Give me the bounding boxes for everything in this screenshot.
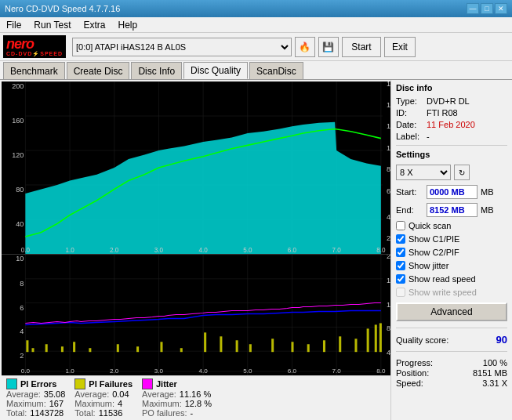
- show-read-speed-checkbox[interactable]: [396, 274, 405, 284]
- svg-rect-72: [354, 339, 357, 352]
- pi-errors-avg-value: 35.08: [44, 389, 66, 399]
- title-bar-controls: — □ ✕: [467, 3, 507, 14]
- tab-discquality[interactable]: Disc Quality: [183, 62, 248, 79]
- disc-type-row: Type: DVD+R DL: [396, 96, 507, 106]
- disc-type-value: DVD+R DL: [427, 96, 470, 106]
- menu-runtest[interactable]: Run Test: [31, 19, 74, 31]
- svg-rect-63: [204, 332, 206, 352]
- speed-value: 3.31 X: [482, 378, 507, 388]
- pi-errors-label: PI Errors: [20, 379, 56, 389]
- refresh-button[interactable]: ↻: [454, 165, 470, 180]
- svg-text:6: 6: [387, 186, 390, 195]
- show-jitter-label: Show jitter: [409, 261, 448, 270]
- charts-and-legend: 16 14 12 10 8 6 4 2 200 160 120 80 40 0.…: [2, 81, 390, 420]
- divider-1: [396, 145, 507, 146]
- divider-3: [396, 351, 507, 352]
- show-c1pie-checkbox[interactable]: [396, 234, 405, 244]
- close-button[interactable]: ✕: [495, 3, 507, 14]
- tabs: Benchmark Create Disc Disc Info Disc Qua…: [0, 61, 512, 80]
- svg-rect-70: [323, 340, 325, 352]
- pi-failures-total-label: Total:: [74, 408, 95, 418]
- quick-scan-checkbox[interactable]: [396, 221, 405, 230]
- progress-value: 100 %: [483, 358, 507, 368]
- svg-text:4: 4: [387, 349, 390, 357]
- minimize-button[interactable]: —: [467, 3, 479, 14]
- speed-row: 8 X ↻: [396, 165, 507, 180]
- svg-rect-74: [375, 324, 377, 352]
- show-c1pie-row: Show C1/PIE: [396, 234, 507, 244]
- disc-label-label: Label:: [396, 132, 423, 141]
- svg-rect-55: [45, 344, 48, 352]
- svg-text:0.0: 0.0: [21, 245, 31, 253]
- divider-2: [396, 328, 507, 328]
- legend-pi-errors: PI Errors Average: 35.08 Maximum: 167 To…: [6, 378, 65, 418]
- show-read-speed-row: Show read speed: [396, 274, 507, 284]
- advanced-button[interactable]: Advanced: [396, 302, 507, 321]
- speed-select[interactable]: 8 X: [396, 165, 451, 180]
- jitter-label: Jitter: [156, 379, 177, 389]
- end-unit: MB: [481, 205, 494, 215]
- exit-button[interactable]: Exit: [384, 37, 416, 57]
- pi-failures-max-label: Maximum:: [74, 399, 114, 408]
- end-label: End:: [396, 205, 423, 215]
- menu-extra[interactable]: Extra: [80, 19, 108, 31]
- show-c2pif-row: Show C2/PIF: [396, 248, 507, 257]
- tab-discinfo[interactable]: Disc Info: [131, 62, 182, 79]
- menu-file[interactable]: File: [3, 19, 24, 31]
- show-c2pif-label: Show C2/PIF: [409, 248, 459, 257]
- svg-text:80: 80: [16, 184, 24, 193]
- svg-rect-71: [339, 336, 341, 352]
- jitter-avg-value: 11.16 %: [180, 389, 211, 399]
- svg-text:3.0: 3.0: [154, 245, 164, 253]
- progress-section: Progress: 100 % Position: 8151 MB Speed:…: [396, 357, 507, 389]
- menu-help[interactable]: Help: [115, 19, 141, 31]
- nero-sub: CD-DVD⚡SPEED: [6, 51, 63, 56]
- nero-logo: nero: [6, 37, 34, 51]
- start-input[interactable]: [427, 185, 478, 199]
- svg-rect-59: [117, 344, 119, 352]
- svg-rect-68: [291, 342, 293, 352]
- tab-createdisc[interactable]: Create Disc: [67, 62, 130, 79]
- svg-rect-69: [307, 344, 310, 352]
- position-value: 8151 MB: [473, 368, 507, 378]
- speed-row: Speed: 3.31 X: [396, 378, 507, 388]
- svg-rect-57: [73, 342, 75, 352]
- svg-text:8.0: 8.0: [376, 368, 386, 375]
- end-input[interactable]: [427, 203, 478, 217]
- save-icon-button[interactable]: 💾: [318, 37, 339, 57]
- bottom-chart-svg: 20 16 12 8 4 10 8 6 4 2 0.0 1.0 2.0 3.0 …: [2, 255, 390, 375]
- pi-failures-color: [74, 378, 85, 389]
- svg-text:12: 12: [387, 121, 390, 130]
- start-label: Start:: [396, 187, 423, 197]
- menu-bar: File Run Test Extra Help: [0, 17, 512, 33]
- show-jitter-checkbox[interactable]: [396, 261, 405, 270]
- svg-text:120: 120: [12, 150, 24, 158]
- maximize-button[interactable]: □: [481, 3, 493, 14]
- end-mb-row: End: MB: [396, 203, 507, 217]
- show-write-speed-checkbox[interactable]: [396, 288, 405, 297]
- device-select[interactable]: [0:0] ATAPI iHAS124 B AL0S: [72, 38, 292, 56]
- tab-scandisc[interactable]: ScanDisc: [249, 62, 303, 79]
- disc-date-label: Date:: [396, 120, 423, 129]
- pi-failures-total-value: 11536: [99, 408, 123, 418]
- logo-area: nero CD-DVD⚡SPEED: [3, 35, 66, 58]
- svg-text:1.0: 1.0: [65, 245, 74, 253]
- pi-errors-avg-label: Average:: [6, 389, 41, 399]
- svg-rect-62: [180, 348, 183, 352]
- jitter-max-value: 12.8 %: [185, 399, 212, 408]
- start-button[interactable]: Start: [342, 37, 381, 57]
- svg-text:8: 8: [387, 324, 390, 332]
- show-c2pif-checkbox[interactable]: [396, 248, 405, 257]
- show-read-speed-label: Show read speed: [409, 274, 476, 284]
- title-bar-title: Nero CD-DVD Speed 4.7.7.16: [5, 4, 120, 13]
- tab-benchmark[interactable]: Benchmark: [3, 62, 65, 79]
- speed-label: Speed:: [396, 378, 423, 388]
- show-jitter-row: Show jitter: [396, 261, 507, 270]
- svg-text:40: 40: [16, 219, 24, 227]
- quick-scan-label: Quick scan: [409, 221, 451, 230]
- svg-rect-66: [249, 344, 252, 352]
- disc-type-label: Type:: [396, 96, 423, 106]
- burn-icon-button[interactable]: 🔥: [295, 37, 315, 57]
- svg-text:20: 20: [387, 255, 390, 260]
- svg-text:5.0: 5.0: [243, 245, 252, 253]
